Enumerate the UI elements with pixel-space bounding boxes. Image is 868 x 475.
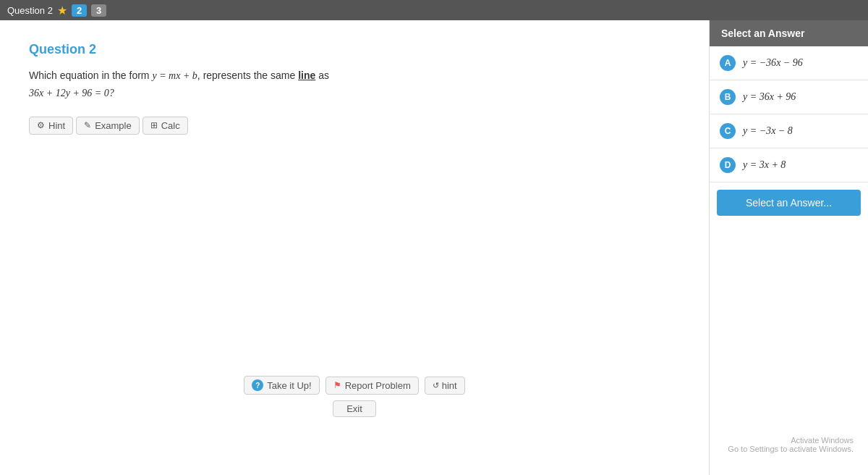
exit-row: Exit [333,400,376,417]
take-it-up-label: Take it Up! [267,380,311,391]
right-panel: Select an Answer A y = −36x − 96 B y = 3… [709,20,868,475]
hint-small-icon: ↺ [433,381,439,390]
take-it-up-button[interactable]: ? Take it Up! [244,376,319,395]
option-b[interactable]: B y = 36x + 96 [710,80,868,114]
report-problem-button[interactable]: ⚑ Report Problem [326,377,419,395]
badge-2[interactable]: 2 [72,4,87,17]
answer-options: A y = −36x − 96 B y = 36x + 96 C y = −3x… [710,46,868,182]
take-it-up-icon: ? [252,379,263,391]
star-icon: ★ [57,4,67,17]
hint-icon: ⚙ [37,120,45,130]
calc-icon: ⊞ [150,120,158,130]
option-d[interactable]: D y = 3x + 8 [710,148,868,182]
question-body: Which equation in the form y = mx + b, r… [29,67,680,102]
option-d-text: y = 3x + 8 [743,159,786,171]
option-a-text: y = −36x − 96 [743,57,803,69]
hint-small-label: hint [442,380,457,391]
calc-button[interactable]: ⊞ Calc [142,117,188,135]
option-a[interactable]: A y = −36x − 96 [710,46,868,80]
option-b-text: y = 36x + 96 [743,91,796,103]
bottom-actions: ? Take it Up! ⚑ Report Problem ↺ hint Ex… [0,376,709,417]
action-row: ? Take it Up! ⚑ Report Problem ↺ hint [244,376,464,395]
tools-row: ⚙ Hint ✎ Example ⊞ Calc [29,117,680,135]
main-content: Question 2 Which equation in the form y … [0,20,868,475]
badge-a: A [720,55,736,71]
badge-b: B [720,89,736,105]
option-c-text: y = −3x − 8 [743,125,793,137]
example-button[interactable]: ✎ Example [76,117,140,135]
select-answer-button[interactable]: Select an Answer... [717,190,861,216]
body-suffix: as [315,70,329,81]
badge-3[interactable]: 3 [91,4,106,17]
badge-c: C [720,123,736,139]
exit-button[interactable]: Exit [333,400,376,417]
equation: 36x + 12y + 96 = 0? [29,88,114,98]
option-c[interactable]: C y = −3x − 8 [710,114,868,148]
badge-d: D [720,157,736,173]
question-label: Question 2 [7,5,53,16]
body-line: line [298,70,315,81]
select-answer-header: Select an Answer [710,20,868,46]
body-middle: , represents the same [197,70,298,81]
hint-button[interactable]: ⚙ Hint [29,117,73,135]
left-panel: Question 2 Which equation in the form y … [0,20,709,475]
calc-label: Calc [161,120,180,131]
body-prefix: Which equation in the form [29,70,152,81]
example-icon: ✎ [84,120,91,130]
example-label: Example [95,120,132,131]
report-label: Report Problem [345,380,411,391]
body-form: y = mx + b [152,70,197,81]
report-icon: ⚑ [333,380,341,390]
hint-label: Hint [48,120,65,131]
question-title: Question 2 [29,42,680,57]
hint-small-button[interactable]: ↺ hint [425,377,465,395]
top-bar: Question 2 ★ 2 3 [0,0,868,20]
